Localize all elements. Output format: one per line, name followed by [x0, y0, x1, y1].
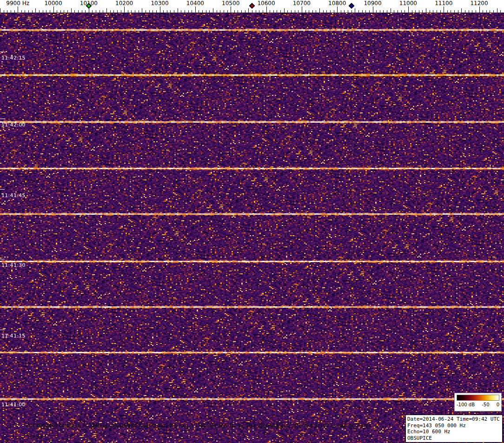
freq-tick — [355, 8, 355, 13]
freq-tick — [401, 10, 402, 13]
freq-tick — [500, 10, 501, 13]
freq-tick — [326, 10, 327, 13]
freq-tick — [131, 10, 132, 13]
freq-tick — [117, 10, 118, 13]
freq-tick — [103, 10, 103, 13]
freq-tick — [113, 10, 114, 13]
freq-tick — [415, 10, 416, 13]
freq-tick — [440, 10, 441, 13]
freq-tick — [280, 10, 281, 13]
freq-tick — [220, 10, 220, 13]
freq-tick — [447, 10, 448, 13]
freq-tick — [305, 10, 306, 13]
red-marker[interactable] — [249, 3, 255, 9]
freq-tick-label: 11200 — [470, 0, 488, 7]
time-tick — [0, 189, 5, 190]
freq-tick — [266, 7, 267, 13]
freq-tick — [241, 10, 242, 13]
freq-tick — [365, 10, 366, 13]
freq-tick — [217, 10, 217, 13]
freq-tick — [252, 10, 252, 13]
freq-tick — [376, 10, 377, 13]
freq-tick — [39, 10, 40, 13]
freq-tick-label: 11000 — [399, 0, 417, 7]
freq-tick-label: 10800 — [328, 0, 346, 7]
scale-label-max: 0 — [497, 402, 499, 407]
freq-tick — [78, 10, 79, 13]
freq-tick — [476, 10, 476, 13]
freq-tick — [57, 10, 57, 13]
freq-tick-label: 11100 — [435, 0, 452, 7]
freq-tick — [174, 10, 174, 13]
freq-tick — [21, 10, 22, 13]
freq-tick — [156, 10, 157, 13]
freq-tick — [351, 10, 352, 13]
freq-tick — [18, 7, 18, 13]
freq-tick — [391, 8, 391, 13]
freq-tick — [199, 10, 199, 13]
time-tick — [0, 259, 5, 259]
freq-tick — [483, 10, 483, 13]
freq-tick — [270, 10, 270, 13]
freq-tick — [344, 10, 345, 13]
freq-tick — [263, 10, 263, 13]
time-tick — [0, 398, 5, 399]
freq-tick — [323, 10, 324, 13]
blue-marker[interactable] — [348, 3, 354, 9]
freq-tick — [472, 10, 472, 13]
freq-tick — [181, 10, 181, 13]
freq-tick — [231, 7, 231, 13]
frequency-ruler[interactable]: 9900 Hz100001010010200103001040010500106… — [0, 0, 504, 13]
event-annotation: 20140624094053116 hCnt49 nb-84 f10584 hi… — [26, 423, 371, 429]
freq-tick — [124, 7, 125, 13]
freq-tick — [224, 10, 224, 13]
freq-tick-label: 10500 — [222, 0, 239, 7]
info-date-line: Date=2014-06-24 Time=09:42 UTC — [407, 416, 501, 423]
color-gradient-bar — [457, 395, 499, 401]
freq-tick — [319, 8, 320, 13]
time-tick — [0, 119, 5, 119]
freq-tick — [50, 10, 50, 13]
freq-tick — [146, 10, 146, 13]
info-station-line: OBSUPICE — [407, 435, 501, 442]
freq-tick — [35, 8, 36, 13]
freq-tick — [160, 7, 160, 13]
freq-tick — [248, 8, 249, 13]
freq-tick — [53, 7, 54, 13]
freq-tick — [430, 10, 430, 13]
freq-tick — [92, 10, 93, 13]
freq-tick — [337, 7, 338, 13]
freq-tick — [454, 10, 455, 13]
freq-tick — [273, 10, 274, 13]
freq-tick — [153, 10, 153, 13]
freq-tick-label: 9900 Hz — [6, 0, 29, 7]
freq-tick — [330, 10, 331, 13]
freq-tick — [234, 10, 235, 13]
spectrogram-app: 9900 Hz100001010010200103001040010500106… — [0, 0, 504, 443]
freq-tick — [422, 10, 423, 13]
freq-tick — [295, 10, 295, 13]
freq-tick — [82, 10, 82, 13]
info-echo-line: Echo=10 600 Hz — [407, 429, 501, 435]
freq-tick — [433, 10, 433, 13]
freq-tick — [479, 7, 480, 13]
freq-tick — [341, 10, 341, 13]
freq-tick — [195, 7, 196, 13]
freq-tick — [170, 10, 171, 13]
freq-tick — [188, 10, 189, 13]
time-label: 11:41:00 — [1, 402, 26, 408]
time-tick — [0, 52, 5, 52]
freq-tick — [46, 10, 46, 13]
info-box: Date=2014-06-24 Time=09:42 UTC Freq=143 … — [405, 415, 503, 443]
waterfall-canvas[interactable] — [0, 13, 504, 443]
freq-tick — [394, 10, 394, 13]
freq-tick — [369, 10, 370, 13]
freq-tick — [206, 10, 206, 13]
freq-tick — [490, 10, 490, 13]
freq-tick — [451, 10, 451, 13]
freq-tick-label: 10300 — [151, 0, 168, 7]
freq-tick — [14, 10, 15, 13]
time-label: 11:42:00 — [1, 122, 26, 128]
freq-tick — [383, 10, 384, 13]
scale-label-min: -100 dB — [457, 402, 475, 407]
